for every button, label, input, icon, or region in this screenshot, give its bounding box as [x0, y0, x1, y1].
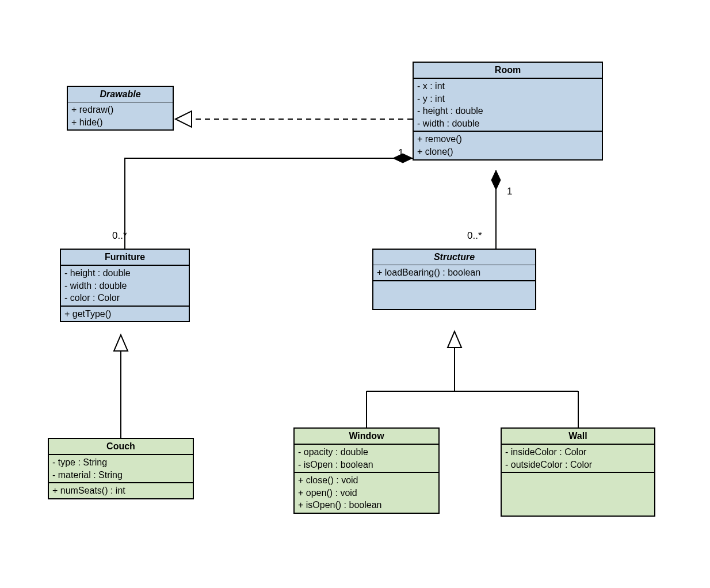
method: + open() : void — [298, 487, 435, 499]
multiplicity-label: 0..* — [467, 230, 482, 242]
class-methods: + remove() + clone() — [414, 132, 602, 159]
class-methods: + loadBearing() : boolean — [373, 265, 535, 281]
method: + numSeats() : int — [52, 484, 189, 497]
class-attributes: - type : String - material : String — [49, 455, 193, 483]
method: + redraw() — [71, 104, 169, 116]
composition-line — [125, 158, 413, 249]
generalization-arrowhead-icon — [114, 335, 128, 351]
attr: - color : Color — [64, 292, 185, 304]
attr: - height : double — [417, 105, 598, 117]
attr: - y : int — [417, 93, 598, 105]
attr: - insideColor : Color — [505, 446, 651, 459]
class-drawable: Drawable + redraw() + hide() — [67, 86, 174, 131]
class-attributes: - height : double - width : double - col… — [61, 266, 189, 307]
class-room: Room - x : int - y : int - height : doub… — [413, 62, 603, 161]
method: + remove() — [417, 133, 598, 146]
attr: - width : double — [64, 280, 185, 292]
class-title: Drawable — [68, 87, 173, 102]
multiplicity-label: 0..* — [112, 230, 127, 242]
multiplicity-label: 1 — [398, 147, 403, 159]
class-attributes: - opacity : double - isOpen : boolean — [295, 445, 438, 473]
class-couch: Couch - type : String - material : Strin… — [48, 438, 194, 499]
attr: - type : String — [52, 456, 189, 469]
class-methods: + redraw() + hide() — [68, 102, 173, 129]
attr: - width : double — [417, 117, 598, 130]
class-title: Room — [414, 63, 602, 79]
attr: - isOpen : boolean — [298, 459, 435, 471]
class-title: Furniture — [61, 250, 189, 266]
class-title: Wall — [502, 429, 654, 445]
composition-diamond-icon — [491, 170, 501, 190]
uml-diagram-canvas: Drawable + redraw() + hide() Room - x : … — [0, 0, 710, 588]
class-empty-section — [373, 281, 535, 309]
class-attributes: - insideColor : Color - outsideColor : C… — [502, 445, 654, 473]
method: + hide() — [71, 116, 169, 129]
class-attributes: - x : int - y : int - height : double - … — [414, 79, 602, 132]
attr: - material : String — [52, 469, 189, 482]
class-window: Window - opacity : double - isOpen : boo… — [293, 427, 440, 514]
class-title: Structure — [373, 250, 535, 265]
class-title: Window — [295, 429, 438, 445]
class-methods: + close() : void + open() : void + isOpe… — [295, 473, 438, 513]
class-methods: + getType() — [61, 307, 189, 322]
multiplicity-label: 1 — [507, 186, 512, 197]
method: + isOpen() : boolean — [298, 499, 435, 511]
class-title: Couch — [49, 439, 193, 455]
attr: - height : double — [64, 267, 185, 280]
class-wall: Wall - insideColor : Color - outsideColo… — [501, 427, 655, 517]
class-methods: + numSeats() : int — [49, 483, 193, 498]
generalization-arrowhead-icon — [448, 331, 461, 348]
realization-arrowhead-icon — [175, 111, 192, 127]
class-empty-section — [502, 473, 654, 516]
method: + clone() — [417, 146, 598, 158]
method: + getType() — [64, 308, 185, 320]
method: + loadBearing() : boolean — [377, 266, 532, 279]
attr: - outsideColor : Color — [505, 459, 651, 471]
class-furniture: Furniture - height : double - width : do… — [60, 249, 190, 322]
method: + close() : void — [298, 474, 435, 487]
class-structure: Structure + loadBearing() : boolean — [372, 249, 536, 310]
attr: - opacity : double — [298, 446, 435, 459]
attr: - x : int — [417, 80, 598, 93]
